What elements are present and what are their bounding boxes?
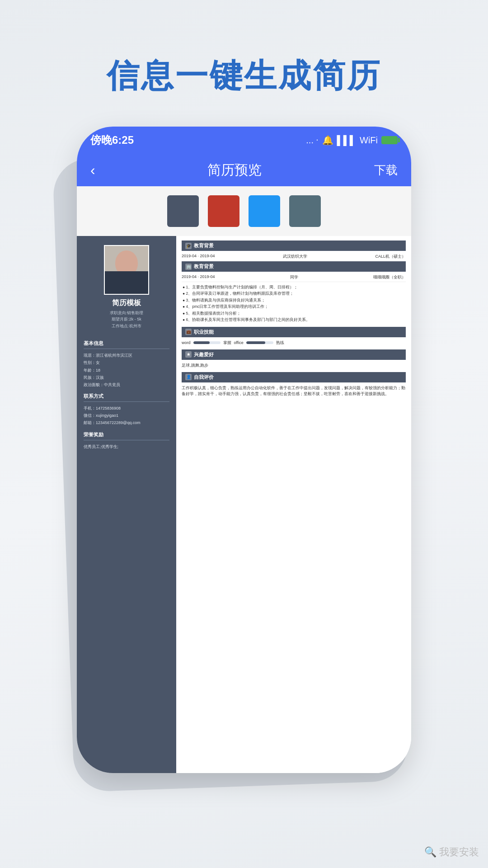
contact-title: 联系方式 (84, 393, 169, 402)
resume-name: 简历模板 (112, 298, 141, 308)
page-title: 信息一键生成简历 (0, 0, 488, 98)
status-icons: ... ᐧ 🔔 ▌▌▌ WiFi (306, 135, 398, 146)
swatch-dark-gray[interactable] (167, 195, 199, 227)
work-position: 哦哦哦圈（全职） (373, 274, 406, 280)
signal-icon: ... ᐧ (306, 135, 318, 146)
download-button[interactable]: 下载 (374, 162, 398, 178)
skill-shuilian: 熟练 (276, 340, 284, 346)
signal-bars-icon: ▌▌▌ (337, 135, 357, 146)
back-button[interactable]: ‹ (90, 162, 95, 179)
info-ethnicity: 民族：汉族 (84, 374, 169, 381)
work-bullets: 1、主要负责物料控制与生产计划的编排（月、周、日排程）； 2、合同评审及订单跟进… (182, 284, 406, 323)
subtitle-line3: 工作地点:杭州市 (112, 324, 141, 328)
skills-row: word 掌握 office 熟练 (182, 340, 406, 346)
info-age: 年龄：18 (84, 367, 169, 374)
bullet-2: 2、合同评审及订单跟进，物料计划与物料跟踪及库存管理； (182, 290, 406, 297)
work-date: 2019-04 · 2019-04 (182, 274, 215, 280)
self-eval-content: 工作积极认真，细心负责，熟练运用办公自动化软件，善于在工作中提出问题，发现问题，… (182, 385, 406, 397)
swatch-blue[interactable] (249, 195, 280, 227)
self-eval-icon: 👤 (185, 374, 192, 380)
education-1-icon: 🎓 (185, 243, 192, 249)
contact-wechat: 微信：xujingyigao1 (84, 412, 169, 419)
basic-info-title: 基本信息 (84, 340, 169, 349)
subtitle-line2: 期望月薪:2k - 5k (112, 317, 141, 321)
subtitle-line1: 求职意向:销售助理 (110, 311, 144, 315)
self-eval-title: 自我评价 (194, 374, 214, 381)
edu1-school: 武汉纺织大学 (283, 254, 307, 259)
info-gender: 性别：女 (84, 359, 169, 366)
status-bar: 傍晚6:25 ... ᐧ 🔔 ▌▌▌ WiFi (77, 127, 411, 154)
skill-bar-word (193, 341, 221, 344)
swatch-red[interactable] (208, 195, 239, 227)
phone-body: 傍晚6:25 ... ᐧ 🔔 ▌▌▌ WiFi ‹ 简历预览 下载 (77, 127, 411, 773)
education-section-2-title: 教育背景 (194, 263, 214, 270)
watermark: 🔍 我要安装 (424, 845, 479, 859)
basic-info-content: 现居：浙江省杭州市滨江区 性别：女 年龄：18 民族：汉族 政治面貌：中共党员 (84, 352, 169, 388)
swatch-steel[interactable] (289, 195, 321, 227)
hobby-title: 兴趣爱好 (194, 351, 214, 358)
work-company: 同学 (290, 274, 298, 280)
info-politics: 政治面貌：中共党员 (84, 381, 169, 388)
page-background: 信息一键生成简历 傍晚6:25 ... ᐧ 🔔 ▌▌▌ WiFi ‹ 简历预览 … (0, 0, 488, 868)
education-2-icon: 🏢 (185, 264, 192, 270)
resume-body: 简历模板 求职意向:销售助理 期望月薪:2k - 5k 工作地点:杭州市 基本信… (77, 236, 411, 773)
work-header-row: 2019-04 · 2019-04 同学 哦哦哦圈（全职） (182, 274, 406, 282)
award-content: 优秀员工;优秀学生; (84, 443, 169, 450)
skill-bar-office (246, 341, 273, 344)
bullet-1: 1、主要负责物料控制与生产计划的编排（月、周、日排程）； (182, 284, 406, 290)
edu1-date: 2019-04 · 2019-04 (182, 254, 215, 259)
resume-subtitle: 求职意向:销售助理 期望月薪:2k - 5k 工作地点:杭州市 (110, 310, 144, 329)
skill-title: 职业技能 (194, 329, 214, 335)
nav-bar: ‹ 简历预览 下载 (77, 154, 411, 186)
phone-mockup: 傍晚6:25 ... ᐧ 🔔 ▌▌▌ WiFi ‹ 简历预览 下载 (77, 127, 411, 796)
nav-title: 简历预览 (207, 161, 262, 179)
education-section-1-title: 教育背景 (194, 242, 214, 249)
status-time: 傍晚6:25 (90, 133, 134, 147)
education-section-2-header: 🏢 教育背景 (182, 261, 406, 272)
bell-icon: 🔔 (322, 135, 333, 146)
battery-icon (381, 136, 398, 144)
self-eval-section-header: 👤 自我评价 (182, 372, 406, 382)
contact-content: 手机：14725836908 微信：xujingyigao1 邮箱：123456… (84, 405, 169, 427)
avatar-area: 简历模板 求职意向:销售助理 期望月薪:2k - 5k 工作地点:杭州市 (84, 245, 169, 329)
skill-zhangwo: 掌握 (223, 340, 231, 346)
skill-office: office (234, 340, 244, 345)
skill-word: word (182, 340, 191, 345)
contact-email: 邮箱：123456722289@qq.com (84, 419, 169, 426)
skill-section-header: 💼 职业技能 (182, 327, 406, 337)
award-title: 荣誉奖励 (84, 431, 169, 440)
hobby-section-header: ★ 兴趣爱好 (182, 349, 406, 360)
color-swatches (77, 186, 411, 236)
bullet-4: 4、pmc日常工作管理及车间助理的培训工作； (182, 303, 406, 310)
info-address: 现居：浙江省杭州市滨江区 (84, 352, 169, 359)
wifi-icon: WiFi (360, 135, 378, 146)
education-1-row: 2019-04 · 2019-04 武汉纺织大学 CALL机（硕士） (182, 254, 406, 259)
resume-right-content: 🎓 教育背景 2019-04 · 2019-04 武汉纺织大学 CALL机（硕士… (176, 236, 411, 773)
award-text: 优秀员工;优秀学生; (84, 443, 169, 450)
hobby-icon: ★ (185, 351, 192, 358)
contact-phone: 手机：14725836908 (84, 405, 169, 412)
edu1-degree: CALL机（硕士） (375, 254, 406, 259)
hobby-content: 足球,跳舞,跑步 (182, 363, 406, 368)
bullet-6: 6、协助课长及车间主任管理车间事务及部门与部门之间的良好关系。 (182, 316, 406, 323)
skill-icon: 💼 (185, 329, 192, 335)
bullet-3: 3、物料请购及与供应商保持良好沟通关系； (182, 297, 406, 303)
avatar (104, 245, 149, 295)
education-section-1-header: 🎓 教育背景 (182, 241, 406, 251)
bullet-5: 5、相关数据报表统计与分析； (182, 310, 406, 316)
resume-left-sidebar: 简历模板 求职意向:销售助理 期望月薪:2k - 5k 工作地点:杭州市 基本信… (77, 236, 176, 773)
